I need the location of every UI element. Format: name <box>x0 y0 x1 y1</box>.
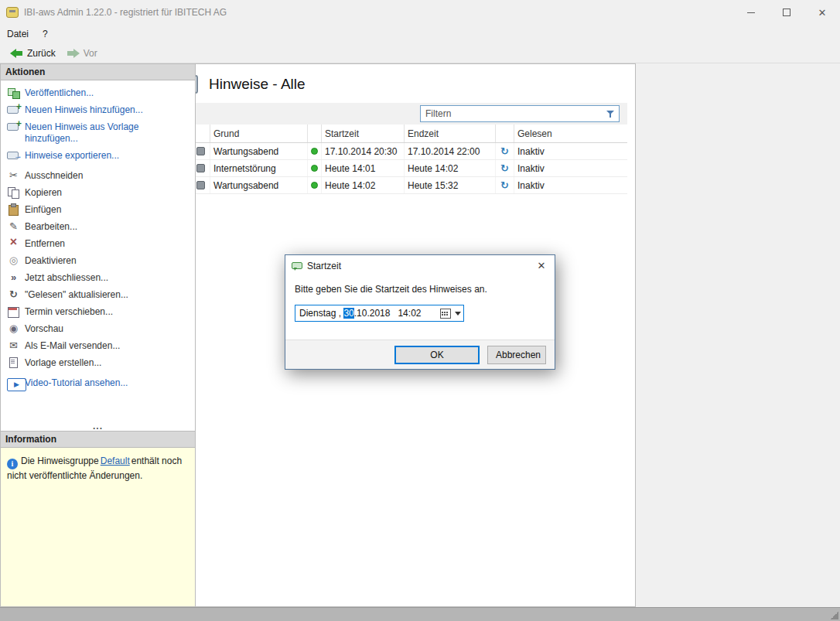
minimize-icon <box>747 12 755 13</box>
dropdown-arrow-icon[interactable] <box>452 305 463 321</box>
action-hinweis-aus-vorlage[interactable]: Neuen Hinweis aus Vorlage hinzufügen... <box>7 121 190 145</box>
table-header: Grund Startzeit Endzeit Gelesen <box>169 125 627 143</box>
dialog-note-icon <box>292 261 302 271</box>
action-video-tutorial[interactable]: Video-Tutorial ansehen... <box>7 377 190 389</box>
information-panel: Information iDie HinweisgruppeDefaultent… <box>0 432 196 607</box>
app-icon <box>6 7 19 18</box>
action-gelesen-aktualisieren[interactable]: "Gelesen" aktualisieren... <box>7 289 190 301</box>
state-square-icon <box>196 164 205 172</box>
export-icon <box>7 150 20 162</box>
action-email-versenden[interactable]: Als E-Mail versenden... <box>7 340 190 352</box>
page-title: Hinweise - Alle <box>209 76 306 93</box>
cancel-button[interactable]: Abbrechen <box>487 346 546 364</box>
action-kopieren[interactable]: Kopieren <box>7 187 190 199</box>
table-row[interactable]: Internetstörung Heute 14:01 Heute 14:02 … <box>169 160 627 177</box>
action-deaktivieren[interactable]: Deaktivieren <box>7 255 190 267</box>
information-body: iDie HinweisgruppeDefaultenthält noch ni… <box>1 448 195 606</box>
header-grund[interactable]: Grund <box>210 125 308 142</box>
state-square-icon <box>196 181 205 189</box>
finish-icon <box>7 272 20 284</box>
gelesen-refresh-icon: ↻ <box>500 180 509 190</box>
window-title: IBI-aws Admin 1.22.0 - registriert für I… <box>24 7 227 18</box>
dialog-body: Bitte geben Sie die Startzeit des Hinwei… <box>285 276 555 340</box>
dialog-close-button[interactable]: ✕ <box>528 255 555 276</box>
resize-grip[interactable] <box>831 612 838 619</box>
default-group-link[interactable]: Default <box>101 456 130 466</box>
back-arrow-icon <box>10 49 23 58</box>
actions-list: Veröffentlichen... Neuen Hinweis hinzufü… <box>1 80 195 394</box>
action-vorschau[interactable]: Vorschau <box>7 323 190 335</box>
close-button[interactable]: ✕ <box>804 0 840 25</box>
add-note-icon <box>7 104 20 116</box>
actions-header: Aktionen <box>1 64 195 80</box>
active-status-icon <box>311 148 318 155</box>
menubar: Datei ? <box>0 25 840 43</box>
template-icon <box>7 357 20 369</box>
action-vorlage-erstellen[interactable]: Vorlage erstellen... <box>7 357 190 369</box>
forward-button[interactable]: Vor <box>61 46 103 60</box>
dialog-title: Startzeit <box>307 261 341 271</box>
dialog-message: Bitte geben Sie die Startzeit des Hinwei… <box>295 284 545 295</box>
refresh-icon <box>7 289 20 301</box>
action-jetzt-abschliessen[interactable]: Jetzt abschliessen... <box>7 272 190 284</box>
hinweise-table: Grund Startzeit Endzeit Gelesen Wartungs… <box>169 103 627 194</box>
table-row[interactable]: Wartungsabend 17.10.2014 20:30 17.10.201… <box>169 143 627 160</box>
action-bearbeiten[interactable]: Bearbeiten... <box>7 221 190 233</box>
deactivate-icon <box>7 255 20 267</box>
dialog-titlebar[interactable]: Startzeit ✕ <box>285 255 555 276</box>
menu-datei[interactable]: Datei <box>0 26 36 42</box>
action-einfuegen[interactable]: Einfügen <box>7 204 190 216</box>
maximize-button[interactable] <box>769 0 804 25</box>
action-ausschneiden[interactable]: Ausschneiden <box>7 170 190 182</box>
back-button[interactable]: Zurück <box>5 46 61 60</box>
publish-icon <box>7 87 20 99</box>
active-status-icon <box>311 182 318 189</box>
remove-icon <box>7 238 20 250</box>
scissors-icon <box>7 170 20 182</box>
toolbar: Zurück Vor <box>0 43 840 63</box>
filter-input[interactable] <box>425 108 606 119</box>
calendar-picker-icon[interactable] <box>440 309 450 318</box>
datetime-value: Dienstag , 30.10.2018 14:02 <box>295 308 440 319</box>
statusbar <box>0 607 840 621</box>
gelesen-refresh-icon: ↻ <box>500 163 509 173</box>
dialog-footer: OK Abbrechen <box>285 340 555 369</box>
copy-icon <box>7 187 20 199</box>
state-square-icon <box>196 147 205 155</box>
table-row[interactable]: Wartungsabend Heute 14:02 Heute 15:32 ↻ … <box>169 177 627 194</box>
action-neuer-hinweis[interactable]: Neuen Hinweis hinzufügen... <box>7 104 190 116</box>
calendar-icon <box>7 306 20 318</box>
filter-funnel-icon[interactable] <box>606 109 616 119</box>
info-icon: i <box>7 459 18 469</box>
header-startzeit[interactable]: Startzeit <box>322 125 405 142</box>
titlebar: IBI-aws Admin 1.22.0 - registriert für I… <box>0 0 840 25</box>
forward-arrow-icon <box>67 49 80 58</box>
actions-panel: Aktionen Veröffentlichen... Neuen Hinwei… <box>0 63 196 432</box>
startzeit-datetime-picker[interactable]: Dienstag , 30.10.2018 14:02 <box>295 305 464 322</box>
filter-band <box>169 103 627 125</box>
action-hinweise-exportieren[interactable]: Hinweise exportieren... <box>7 150 190 162</box>
action-termin-verschieben[interactable]: Termin verschieben... <box>7 306 190 318</box>
video-icon <box>7 377 20 389</box>
selected-date-part: 30 <box>343 308 353 319</box>
information-header: Information <box>1 432 195 448</box>
close-icon: ✕ <box>818 8 827 18</box>
active-status-icon <box>311 165 318 172</box>
right-column: Aktionen Veröffentlichen... Neuen Hinwei… <box>0 63 196 607</box>
actions-overflow[interactable]: ... <box>1 423 195 430</box>
header-gelesen[interactable]: Gelesen <box>514 125 627 142</box>
startzeit-dialog: Startzeit ✕ Bitte geben Sie die Startzei… <box>285 254 555 370</box>
mail-icon <box>7 340 20 352</box>
gelesen-refresh-icon: ↻ <box>500 146 509 156</box>
menu-help[interactable]: ? <box>36 26 55 42</box>
edit-icon <box>7 221 20 233</box>
action-veroeffentlichen[interactable]: Veröffentlichen... <box>7 87 190 99</box>
ok-button[interactable]: OK <box>394 346 480 364</box>
action-entfernen[interactable]: Entfernen <box>7 238 190 250</box>
preview-icon <box>7 323 20 335</box>
paste-icon <box>7 204 20 216</box>
header-endzeit[interactable]: Endzeit <box>405 125 496 142</box>
filter-box <box>420 105 620 122</box>
minimize-button[interactable] <box>733 0 769 25</box>
template-note-icon <box>7 121 20 133</box>
